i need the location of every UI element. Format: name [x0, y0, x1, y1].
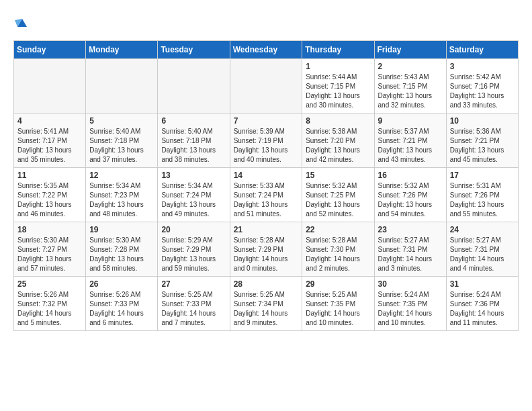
day-number: 31 [450, 279, 515, 289]
day-number: 3 [450, 62, 515, 71]
calendar-cell: 31Sunrise: 5:24 AMSunset: 7:36 PMDayligh… [446, 277, 518, 331]
day-number: 18 [17, 225, 82, 234]
day-number: 21 [234, 225, 299, 234]
day-info: Sunrise: 5:25 AMSunset: 7:33 PMDaylight:… [161, 290, 226, 328]
day-number: 15 [306, 171, 370, 180]
calendar-cell: 18Sunrise: 5:30 AMSunset: 7:27 PMDayligh… [14, 222, 86, 277]
calendar-cell: 4Sunrise: 5:41 AMSunset: 7:17 PMDaylight… [14, 113, 86, 168]
calendar-week-row: 25Sunrise: 5:26 AMSunset: 7:32 PMDayligh… [14, 277, 519, 331]
calendar-cell: 1Sunrise: 5:44 AMSunset: 7:15 PMDaylight… [302, 59, 374, 113]
calendar-week-row: 1Sunrise: 5:44 AMSunset: 7:15 PMDaylight… [14, 59, 519, 113]
day-info: Sunrise: 5:34 AMSunset: 7:24 PMDaylight:… [161, 181, 226, 219]
day-number: 1 [306, 62, 370, 71]
day-info: Sunrise: 5:34 AMSunset: 7:23 PMDaylight:… [89, 181, 154, 219]
day-info: Sunrise: 5:44 AMSunset: 7:15 PMDaylight:… [306, 73, 370, 110]
day-number: 20 [161, 225, 226, 234]
col-wednesday: Wednesday [230, 41, 302, 59]
calendar-cell: 10Sunrise: 5:36 AMSunset: 7:21 PMDayligh… [446, 113, 518, 168]
day-info: Sunrise: 5:26 AMSunset: 7:32 PMDaylight:… [17, 290, 82, 328]
col-thursday: Thursday [302, 41, 374, 59]
calendar-cell: 24Sunrise: 5:27 AMSunset: 7:31 PMDayligh… [446, 222, 518, 277]
day-info: Sunrise: 5:33 AMSunset: 7:24 PMDaylight:… [234, 181, 299, 219]
calendar-cell: 22Sunrise: 5:28 AMSunset: 7:30 PMDayligh… [302, 222, 374, 277]
day-number: 6 [161, 116, 226, 126]
calendar-cell: 28Sunrise: 5:25 AMSunset: 7:34 PMDayligh… [230, 277, 302, 331]
calendar-cell: 12Sunrise: 5:34 AMSunset: 7:23 PMDayligh… [86, 168, 158, 222]
calendar-cell: 14Sunrise: 5:33 AMSunset: 7:24 PMDayligh… [230, 168, 302, 222]
calendar-week-row: 18Sunrise: 5:30 AMSunset: 7:27 PMDayligh… [14, 222, 519, 277]
day-number: 19 [89, 225, 154, 234]
day-info: Sunrise: 5:30 AMSunset: 7:27 PMDaylight:… [17, 236, 82, 273]
day-number: 16 [378, 171, 443, 180]
calendar-cell: 13Sunrise: 5:34 AMSunset: 7:24 PMDayligh… [158, 168, 230, 222]
day-number: 4 [17, 116, 82, 126]
col-monday: Monday [86, 41, 158, 59]
calendar-cell [158, 59, 230, 113]
day-number: 12 [89, 171, 154, 180]
day-info: Sunrise: 5:31 AMSunset: 7:26 PMDaylight:… [450, 181, 515, 219]
col-tuesday: Tuesday [158, 41, 230, 59]
col-sunday: Sunday [14, 41, 86, 59]
day-number: 13 [161, 171, 226, 180]
day-number: 27 [161, 279, 226, 289]
calendar-cell: 16Sunrise: 5:32 AMSunset: 7:26 PMDayligh… [374, 168, 446, 222]
calendar-week-row: 4Sunrise: 5:41 AMSunset: 7:17 PMDaylight… [14, 113, 519, 168]
calendar-cell: 5Sunrise: 5:40 AMSunset: 7:18 PMDaylight… [86, 113, 158, 168]
calendar-cell: 11Sunrise: 5:35 AMSunset: 7:22 PMDayligh… [14, 168, 86, 222]
day-number: 28 [234, 279, 299, 289]
calendar-cell: 17Sunrise: 5:31 AMSunset: 7:26 PMDayligh… [446, 168, 518, 222]
day-info: Sunrise: 5:25 AMSunset: 7:35 PMDaylight:… [306, 290, 370, 328]
day-number: 9 [378, 116, 443, 126]
day-info: Sunrise: 5:28 AMSunset: 7:30 PMDaylight:… [306, 236, 370, 273]
day-number: 5 [89, 116, 154, 126]
page-header [13, 13, 519, 30]
calendar-table: Sunday Monday Tuesday Wednesday Thursday… [13, 40, 519, 331]
day-number: 14 [234, 171, 299, 180]
calendar-cell: 30Sunrise: 5:24 AMSunset: 7:35 PMDayligh… [374, 277, 446, 331]
day-number: 25 [17, 279, 82, 289]
calendar-cell: 6Sunrise: 5:40 AMSunset: 7:18 PMDaylight… [158, 113, 230, 168]
calendar-week-row: 11Sunrise: 5:35 AMSunset: 7:22 PMDayligh… [14, 168, 519, 222]
calendar-cell [14, 59, 86, 113]
calendar-cell: 3Sunrise: 5:42 AMSunset: 7:16 PMDaylight… [446, 59, 518, 113]
calendar-cell: 23Sunrise: 5:27 AMSunset: 7:31 PMDayligh… [374, 222, 446, 277]
col-friday: Friday [374, 41, 446, 59]
calendar-cell: 20Sunrise: 5:29 AMSunset: 7:29 PMDayligh… [158, 222, 230, 277]
day-info: Sunrise: 5:40 AMSunset: 7:18 PMDaylight:… [161, 127, 226, 165]
day-number: 22 [306, 225, 370, 234]
day-number: 24 [450, 225, 515, 234]
calendar-cell: 27Sunrise: 5:25 AMSunset: 7:33 PMDayligh… [158, 277, 230, 331]
day-info: Sunrise: 5:32 AMSunset: 7:25 PMDaylight:… [306, 181, 370, 219]
calendar-cell: 15Sunrise: 5:32 AMSunset: 7:25 PMDayligh… [302, 168, 374, 222]
day-info: Sunrise: 5:24 AMSunset: 7:35 PMDaylight:… [378, 290, 443, 328]
day-info: Sunrise: 5:38 AMSunset: 7:20 PMDaylight:… [306, 127, 370, 165]
day-info: Sunrise: 5:29 AMSunset: 7:29 PMDaylight:… [161, 236, 226, 273]
day-info: Sunrise: 5:24 AMSunset: 7:36 PMDaylight:… [450, 290, 515, 328]
day-info: Sunrise: 5:37 AMSunset: 7:21 PMDaylight:… [378, 127, 443, 165]
logo-icon [15, 15, 30, 30]
day-number: 26 [89, 279, 154, 289]
day-number: 2 [378, 62, 443, 71]
day-number: 7 [234, 116, 299, 126]
day-info: Sunrise: 5:35 AMSunset: 7:22 PMDaylight:… [17, 181, 82, 219]
calendar-cell: 29Sunrise: 5:25 AMSunset: 7:35 PMDayligh… [302, 277, 374, 331]
day-info: Sunrise: 5:43 AMSunset: 7:15 PMDaylight:… [378, 73, 443, 110]
day-number: 11 [17, 171, 82, 180]
calendar-cell: 19Sunrise: 5:30 AMSunset: 7:28 PMDayligh… [86, 222, 158, 277]
calendar-cell: 25Sunrise: 5:26 AMSunset: 7:32 PMDayligh… [14, 277, 86, 331]
calendar-cell: 2Sunrise: 5:43 AMSunset: 7:15 PMDaylight… [374, 59, 446, 113]
calendar-cell: 26Sunrise: 5:26 AMSunset: 7:33 PMDayligh… [86, 277, 158, 331]
day-info: Sunrise: 5:41 AMSunset: 7:17 PMDaylight:… [17, 127, 82, 165]
col-saturday: Saturday [446, 41, 518, 59]
calendar-cell [230, 59, 302, 113]
day-number: 17 [450, 171, 515, 180]
logo [13, 13, 30, 30]
day-info: Sunrise: 5:27 AMSunset: 7:31 PMDaylight:… [450, 236, 515, 273]
calendar-cell: 7Sunrise: 5:39 AMSunset: 7:19 PMDaylight… [230, 113, 302, 168]
day-info: Sunrise: 5:27 AMSunset: 7:31 PMDaylight:… [378, 236, 443, 273]
day-number: 30 [378, 279, 443, 289]
calendar-cell: 9Sunrise: 5:37 AMSunset: 7:21 PMDaylight… [374, 113, 446, 168]
day-info: Sunrise: 5:30 AMSunset: 7:28 PMDaylight:… [89, 236, 154, 273]
day-number: 10 [450, 116, 515, 126]
day-number: 29 [306, 279, 370, 289]
